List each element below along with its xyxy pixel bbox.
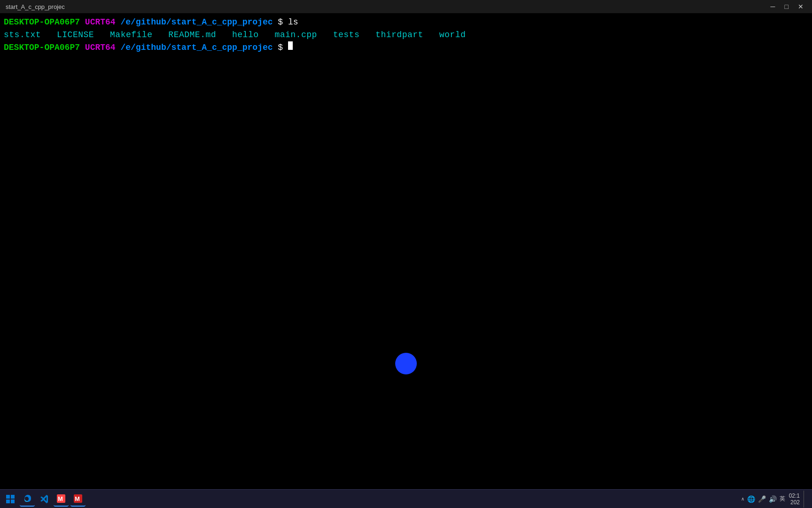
- ls-command: ls: [288, 16, 298, 29]
- prompt-dollar-2: $: [273, 41, 288, 54]
- taskbar-right: ∧ 🌐 🎤 🔊 英 02:1 202: [741, 491, 810, 508]
- m-app-1-icon: M: [56, 493, 66, 504]
- minimize-button[interactable]: ─: [768, 3, 778, 10]
- svg-rect-0: [6, 495, 10, 499]
- m-app-2-icon: M: [73, 493, 83, 504]
- vscode-taskbar-icon[interactable]: [37, 492, 52, 507]
- svg-rect-1: [11, 495, 15, 499]
- terminal-cursor: [288, 41, 293, 50]
- prompt-ucrt-1: UCRT64: [85, 16, 116, 29]
- clock[interactable]: 02:1 202: [789, 492, 800, 506]
- prompt-path-2: /e/github/start_A_c_cpp_projec: [120, 41, 273, 54]
- prompt-line-1: DESKTOP-OPA06P7 UCRT64 /e/github/start_A…: [4, 16, 808, 29]
- m-app-2-taskbar-icon[interactable]: M: [70, 492, 86, 507]
- prompt-ucrt-2: UCRT64: [85, 41, 116, 54]
- prompt-line-2: DESKTOP-OPA06P7 UCRT64 /e/github/start_A…: [4, 41, 808, 54]
- clock-date: 202: [789, 499, 800, 506]
- system-tray: ∧ 🌐 🎤 🔊 英: [741, 495, 785, 503]
- prompt-space-2: [116, 16, 121, 29]
- window-controls: ─ □ ✕: [768, 3, 806, 10]
- blue-dot-indicator: [395, 353, 417, 374]
- windows-icon: [5, 494, 16, 504]
- language-indicator[interactable]: 英: [780, 495, 785, 503]
- title-bar: start_A_c_cpp_projec ─ □ ✕: [0, 0, 812, 13]
- maximize-button[interactable]: □: [782, 3, 791, 10]
- prompt-dollar-1: $: [273, 16, 288, 29]
- edge-taskbar-icon[interactable]: [20, 492, 35, 507]
- ls-output: sts.txt LICENSE Makefile README.md hello…: [4, 29, 808, 41]
- edge-icon: [22, 493, 32, 504]
- vscode-icon: [39, 494, 49, 504]
- prompt-hostname-2: DESKTOP-OPA06P7: [4, 41, 80, 54]
- close-button[interactable]: ✕: [795, 3, 806, 10]
- window-title: start_A_c_cpp_projec: [6, 3, 65, 10]
- svg-text:M: M: [75, 495, 80, 502]
- svg-rect-2: [6, 500, 10, 503]
- taskbar: M M ∧ 🌐 🎤 🔊 英 02:1 202: [0, 489, 812, 508]
- terminal-content[interactable]: DESKTOP-OPA06P7 UCRT64 /e/github/start_A…: [0, 13, 812, 57]
- svg-text:M: M: [58, 495, 63, 502]
- network-icon: 🌐: [747, 495, 755, 503]
- prompt-hostname-1: DESKTOP-OPA06P7: [4, 16, 80, 29]
- start-button[interactable]: [3, 492, 18, 507]
- prompt-space-3: [80, 41, 85, 54]
- terminal-window[interactable]: start_A_c_cpp_projec ─ □ ✕ DESKTOP-OPA06…: [0, 0, 812, 489]
- svg-rect-3: [11, 500, 15, 503]
- show-desktop-button[interactable]: [804, 491, 806, 508]
- prompt-path-1: /e/github/start_A_c_cpp_projec: [120, 16, 273, 29]
- m-app-1-taskbar-icon[interactable]: M: [54, 492, 69, 507]
- prompt-space-4: [116, 41, 121, 54]
- volume-icon: 🔊: [769, 495, 777, 503]
- tray-chevron-icon[interactable]: ∧: [741, 496, 744, 501]
- prompt-space-1: [80, 16, 85, 29]
- clock-time: 02:1: [789, 492, 800, 499]
- microphone-icon: 🎤: [758, 495, 766, 503]
